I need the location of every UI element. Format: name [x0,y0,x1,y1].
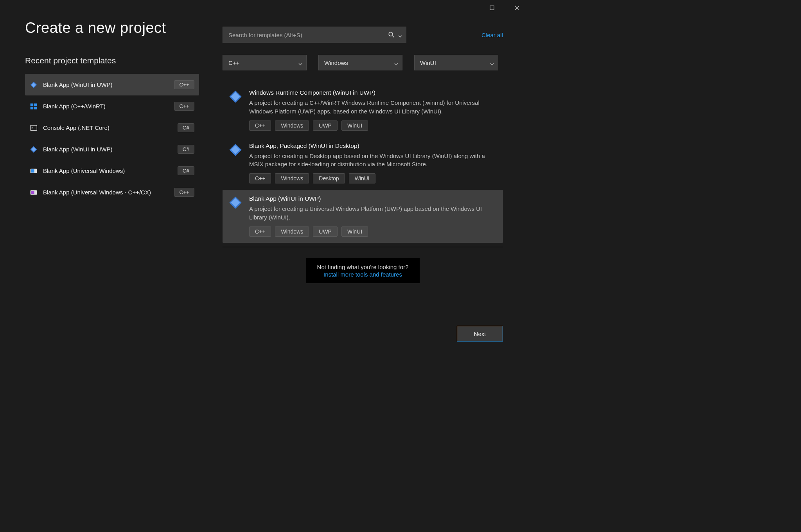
winui-icon [229,90,242,103]
winui-icon [30,146,38,153]
separator [223,247,503,247]
chevron-down-icon[interactable] [398,33,402,37]
result-description: A project for creating a C++/WinRT Windo… [249,99,497,116]
tag: UWP [313,120,338,131]
recent-item-label: Blank App (WinUI in UWP) [43,146,172,153]
tag: Desktop [313,173,345,183]
result-item[interactable]: Windows Runtime Component (WinUI in UWP)… [223,84,503,137]
titlebar [0,0,528,16]
recent-list: Blank App (WinUI in UWP) C++ Blank App (… [25,74,199,203]
result-title: Blank App (WinUI in UWP) [249,195,497,202]
winlogo-icon [30,102,38,110]
tag-row: C++WindowsUWPWinUI [249,226,497,237]
maximize-button[interactable] [484,2,500,14]
not-finding-box: Not finding what you're looking for? Ins… [306,258,420,283]
dropdown-value: C++ [228,59,239,66]
tag: C++ [249,226,271,237]
tag: WinUI [341,226,368,237]
winui-icon [229,196,242,209]
result-description: A project for creating a Desktop app bas… [249,152,497,169]
chevron-down-icon [394,61,398,65]
lang-badge: C# [178,123,194,132]
result-item[interactable]: Blank App (WinUI in UWP)A project for cr… [223,190,503,243]
close-button[interactable] [509,2,525,14]
tag-row: C++WindowsDesktopWinUI [249,173,497,183]
tag: WinUI [349,173,375,183]
svg-rect-5 [31,103,34,106]
recent-item[interactable]: Blank App (WinUI in UWP) C++ [25,74,199,95]
project-type-dropdown[interactable]: WinUI [414,55,498,70]
winui-icon [30,81,38,89]
maximize-icon [490,5,494,10]
uwp-cpp-icon [30,189,38,196]
svg-marker-23 [231,198,240,207]
dropdown-value: WinUI [420,59,436,66]
recent-item[interactable]: Console App (.NET Core) C# [25,117,199,138]
tag: Windows [275,226,309,237]
recent-item[interactable]: Blank App (Universal Windows - C++/CX) C… [25,182,199,203]
next-button[interactable]: Next [457,326,503,341]
tag: Windows [275,120,309,131]
dropdown-value: Windows [324,59,348,66]
lang-badge: C++ [174,188,194,197]
result-title: Windows Runtime Component (WinUI in UWP) [249,89,497,96]
tag: C++ [249,173,271,183]
lang-badge: C# [178,145,194,154]
recent-item-label: Blank App (WinUI in UWP) [43,81,169,88]
tag: WinUI [341,120,368,131]
recent-heading: Recent project templates [25,56,199,65]
page-title: Create a new project [25,20,199,36]
tag: Windows [275,173,309,183]
close-icon [515,5,519,10]
search-input[interactable] [228,32,385,38]
chevron-down-icon [490,61,494,65]
search-box[interactable] [223,27,406,43]
uwp-icon [30,167,38,175]
search-icon [388,31,395,38]
svg-line-17 [392,36,394,37]
svg-marker-21 [231,145,240,154]
svg-point-16 [389,32,393,36]
clear-all-link[interactable]: Clear all [481,32,503,38]
lang-badge: C# [178,166,194,175]
tag: C++ [249,120,271,131]
recent-item[interactable]: Blank App (C++/WinRT) C++ [25,95,199,117]
svg-rect-7 [31,106,34,109]
svg-rect-15 [31,191,34,194]
results-list: Windows Runtime Component (WinUI in UWP)… [223,84,503,243]
svg-rect-8 [34,106,37,109]
lang-badge: C++ [174,102,194,111]
install-more-link[interactable]: Install more tools and features [312,271,413,278]
result-description: A project for creating a Universal Windo… [249,205,497,222]
tag: UWP [313,226,338,237]
language-dropdown[interactable]: C++ [223,55,307,70]
svg-rect-9 [31,125,37,130]
lang-badge: C++ [174,80,194,89]
svg-rect-6 [34,103,37,106]
recent-item-label: Blank App (Universal Windows - C++/CX) [43,189,169,196]
recent-item-label: Blank App (Universal Windows) [43,167,172,174]
recent-item[interactable]: Blank App (Universal Windows) C# [25,160,199,182]
tag-row: C++WindowsUWPWinUI [249,120,497,131]
svg-rect-0 [490,6,494,10]
footer: Next [0,317,528,350]
winui-icon [229,143,242,156]
chevron-down-icon [298,61,302,65]
not-finding-text: Not finding what you're looking for? [317,264,409,270]
result-item[interactable]: Blank App, Packaged (WinUI in Desktop)A … [223,137,503,190]
platform-dropdown[interactable]: Windows [318,55,402,70]
console-icon [30,124,38,132]
result-title: Blank App, Packaged (WinUI in Desktop) [249,142,497,149]
recent-item[interactable]: Blank App (WinUI in UWP) C# [25,138,199,160]
recent-item-label: Blank App (C++/WinRT) [43,103,169,110]
recent-item-label: Console App (.NET Core) [43,124,172,131]
project-dialog: Create a new project Recent project temp… [0,0,528,350]
svg-marker-19 [231,92,240,101]
svg-rect-13 [31,169,34,172]
